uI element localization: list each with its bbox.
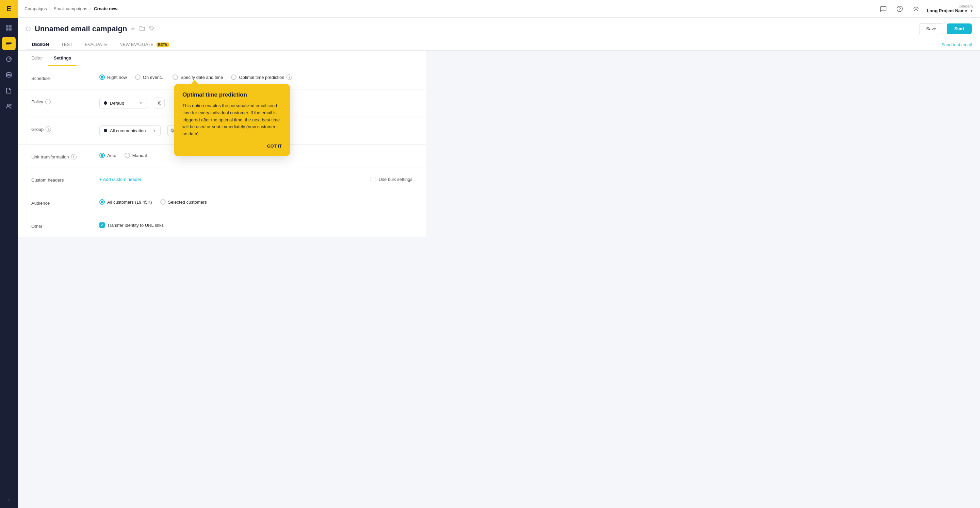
sidebar-expand-button[interactable]: › bbox=[2, 494, 16, 505]
main-tabs: DESIGN TEST EVALUATE NEW EVALUATE BETA bbox=[26, 39, 175, 50]
svg-text:?: ? bbox=[898, 7, 901, 11]
breadcrumb-campaigns[interactable]: Campaigns bbox=[24, 6, 47, 11]
tooltip-body: This option enables the personalized ema… bbox=[182, 102, 282, 138]
sidebar-item-dashboard[interactable] bbox=[2, 21, 16, 35]
beta-badge: BETA bbox=[156, 43, 169, 47]
link-transform-option-auto[interactable]: Auto bbox=[99, 153, 116, 158]
custom-headers-control: + Add custom header bbox=[99, 177, 371, 182]
policy-caret-icon: ▼ bbox=[139, 101, 143, 105]
breadcrumb-sep-2: › bbox=[90, 7, 91, 11]
group-info-icon[interactable]: i bbox=[46, 127, 51, 132]
tooltip-title: Optimal time prediction bbox=[182, 92, 282, 98]
tab-new-evaluate[interactable]: NEW EVALUATE BETA bbox=[113, 39, 175, 50]
tab-design[interactable]: DESIGN bbox=[26, 39, 55, 50]
start-button[interactable]: Start bbox=[947, 24, 972, 34]
policy-info-icon[interactable]: i bbox=[45, 99, 51, 105]
content-area: Editor Settings Schedule bbox=[18, 51, 980, 508]
sidebar: E › bbox=[0, 0, 18, 508]
chat-icon-button[interactable] bbox=[878, 3, 889, 14]
bulk-settings-checkbox[interactable] bbox=[371, 177, 376, 182]
schedule-radio-group: Right now On event... Specify date and t… bbox=[99, 75, 292, 80]
group-caret-icon: ▼ bbox=[153, 129, 156, 133]
top-nav-right: ? Company Long Project Name ▼ bbox=[878, 3, 973, 14]
got-it-button[interactable]: GOT IT bbox=[267, 143, 282, 149]
svg-rect-2 bbox=[6, 28, 8, 30]
campaign-title: Unnamed email campaign bbox=[35, 24, 127, 33]
header-actions: Save Start bbox=[919, 23, 972, 34]
audience-control: All customers (19.45K) Selected customer… bbox=[99, 199, 412, 205]
add-custom-header-link[interactable]: + Add custom header bbox=[99, 177, 141, 182]
settings-icon-button[interactable] bbox=[911, 3, 921, 14]
policy-dot bbox=[104, 101, 107, 105]
top-navigation: Campaigns › Email campaigns › Create new… bbox=[18, 0, 980, 18]
transfer-identity-checkbox[interactable] bbox=[99, 222, 105, 228]
sidebar-item-analytics[interactable] bbox=[2, 52, 16, 66]
schedule-section: Schedule Right now On event... bbox=[18, 66, 426, 89]
radio-manual-indicator bbox=[124, 153, 130, 158]
tag-icon[interactable] bbox=[149, 25, 154, 32]
radio-on-event-indicator bbox=[135, 75, 140, 80]
optimal-time-tooltip: Optimal time prediction This option enab… bbox=[174, 84, 290, 156]
bulk-settings-right: Use bulk settings bbox=[371, 177, 412, 182]
edit-title-icon[interactable]: ✏ bbox=[131, 25, 135, 32]
schedule-option-specify-date[interactable]: Specify date and time bbox=[172, 75, 223, 80]
audience-label: Audience bbox=[31, 199, 99, 206]
help-icon-button[interactable]: ? bbox=[894, 3, 905, 14]
svg-point-11 bbox=[150, 27, 151, 27]
settings-content: Schedule Right now On event... bbox=[18, 66, 426, 237]
schedule-option-on-event[interactable]: On event... bbox=[135, 75, 165, 80]
svg-point-5 bbox=[6, 72, 11, 75]
campaign-status-dot bbox=[26, 27, 30, 31]
audience-radio-group: All customers (19.45K) Selected customer… bbox=[99, 199, 207, 205]
send-test-link[interactable]: Send test email bbox=[941, 42, 972, 47]
group-dropdown[interactable]: All communication ▼ bbox=[99, 125, 161, 136]
link-transform-option-manual[interactable]: Manual bbox=[124, 153, 147, 158]
group-dot bbox=[104, 129, 107, 132]
app-logo[interactable]: E bbox=[0, 0, 18, 18]
breadcrumb-email-campaigns[interactable]: Email campaigns bbox=[53, 6, 87, 11]
schedule-option-optimal-time[interactable]: Optimal time prediction i bbox=[231, 75, 292, 80]
svg-rect-3 bbox=[9, 28, 11, 30]
breadcrumb: Campaigns › Email campaigns › Create new bbox=[24, 6, 118, 11]
tab-test[interactable]: TEST bbox=[55, 39, 79, 50]
company-label: Company bbox=[959, 5, 973, 8]
sub-tab-settings[interactable]: Settings bbox=[48, 51, 76, 66]
schedule-option-right-now[interactable]: Right now bbox=[99, 75, 127, 80]
group-label: Group i bbox=[31, 125, 99, 132]
other-section: Other Transfer identity to URL links bbox=[18, 214, 426, 237]
sidebar-item-files[interactable] bbox=[2, 84, 16, 97]
company-name: Long Project Name bbox=[927, 8, 967, 13]
optimal-time-info-icon[interactable]: i bbox=[286, 75, 292, 80]
bulk-settings-label: Use bulk settings bbox=[379, 177, 412, 182]
audience-option-all[interactable]: All customers (19.45K) bbox=[99, 199, 152, 205]
tab-evaluate[interactable]: EVALUATE bbox=[79, 39, 113, 50]
sidebar-item-campaigns[interactable] bbox=[2, 37, 16, 50]
audience-option-selected[interactable]: Selected customers bbox=[160, 199, 207, 205]
radio-selected-customers-indicator bbox=[160, 199, 166, 205]
schedule-control: Right now On event... Specify date and t… bbox=[99, 75, 412, 80]
link-transformation-label: Link transformation i bbox=[31, 153, 99, 159]
policy-gear-button[interactable] bbox=[154, 98, 165, 108]
custom-headers-section: Custom headers + Add custom header Use b… bbox=[18, 168, 426, 191]
save-button[interactable]: Save bbox=[919, 23, 943, 34]
sidebar-item-users[interactable] bbox=[2, 99, 16, 113]
audience-section: Audience All customers (19.45K) Se bbox=[18, 191, 426, 214]
folder-icon[interactable] bbox=[140, 25, 145, 32]
policy-dropdown[interactable]: Default ▼ bbox=[99, 98, 147, 108]
transfer-identity-option[interactable]: Transfer identity to URL links bbox=[99, 222, 164, 228]
sub-tab-editor[interactable]: Editor bbox=[26, 51, 48, 66]
radio-optimal-time-indicator bbox=[231, 75, 237, 80]
company-selector[interactable]: Company Long Project Name ▼ bbox=[927, 5, 973, 13]
breadcrumb-sep-1: › bbox=[50, 7, 51, 11]
svg-point-13 bbox=[172, 130, 174, 132]
svg-point-7 bbox=[10, 105, 11, 106]
svg-rect-1 bbox=[9, 25, 11, 27]
page-header: Unnamed email campaign ✏ Save Start DESI… bbox=[18, 18, 980, 51]
svg-point-6 bbox=[7, 104, 9, 106]
tooltip-arrow bbox=[191, 80, 198, 84]
sub-tabs: Editor Settings bbox=[18, 51, 426, 66]
sidebar-item-data[interactable] bbox=[2, 68, 16, 82]
policy-label: Policy i bbox=[31, 98, 99, 105]
custom-headers-label: Custom headers bbox=[31, 176, 99, 183]
link-transformation-info-icon[interactable]: i bbox=[71, 154, 76, 159]
